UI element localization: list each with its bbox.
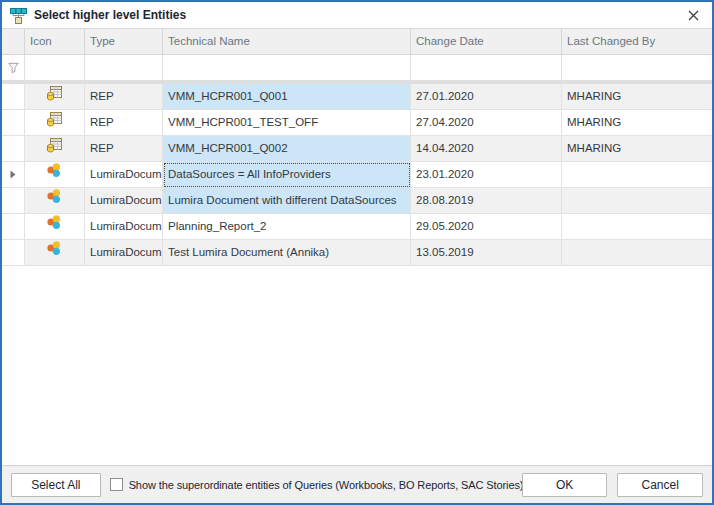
row-indicator-cell[interactable] xyxy=(2,240,25,266)
last-changed-by-cell[interactable] xyxy=(562,188,712,214)
window-title: Select higher level Entities xyxy=(34,8,186,22)
filter-cell-technical-name[interactable] xyxy=(163,55,411,81)
table-row[interactable]: LumiraDocum...Planning_Report_229.05.202… xyxy=(2,214,712,240)
icon-cell[interactable] xyxy=(25,240,85,266)
technical-name-cell[interactable]: VMM_HCPR001_Q001 xyxy=(163,84,411,110)
current-row-arrow-icon xyxy=(10,163,16,187)
filter-cell-last-changed-by[interactable] xyxy=(562,55,712,81)
close-button[interactable] xyxy=(682,4,704,26)
icon-cell[interactable] xyxy=(25,162,85,188)
type-cell[interactable]: LumiraDocum... xyxy=(85,162,163,188)
technical-name-cell[interactable]: VMM_HCPR001_TEST_OFF xyxy=(163,110,411,136)
filter-funnel-icon xyxy=(7,61,20,74)
filter-row-indicator[interactable] xyxy=(2,55,25,81)
grid-rows: REPVMM_HCPR001_Q00127.01.2020MHARINGREPV… xyxy=(2,84,712,266)
technical-name-cell[interactable]: Lumira Document with different DataSourc… xyxy=(163,188,411,214)
filter-cell-icon[interactable] xyxy=(25,55,85,81)
row-indicator-cell[interactable] xyxy=(2,188,25,214)
report-query-icon xyxy=(46,110,63,135)
last-changed-by-cell[interactable] xyxy=(562,240,712,266)
report-query-icon xyxy=(46,84,63,109)
grid-filter-row xyxy=(2,55,712,84)
row-indicator-cell[interactable] xyxy=(2,84,25,110)
last-changed-by-cell[interactable]: MHARING xyxy=(562,136,712,162)
title-bar: Select higher level Entities xyxy=(2,2,712,29)
select-all-button[interactable]: Select All xyxy=(11,473,101,497)
entities-grid: Icon Type Technical Name Change Date Las… xyxy=(2,29,712,465)
table-row[interactable]: REPVMM_HCPR001_Q00214.04.2020MHARING xyxy=(2,136,712,162)
dialog-window: Select higher level Entities Icon Type T… xyxy=(0,0,714,505)
change-date-cell[interactable]: 28.08.2019 xyxy=(411,188,562,214)
last-changed-by-cell[interactable] xyxy=(562,214,712,240)
superordinate-checkbox[interactable] xyxy=(110,478,123,491)
row-indicator-cell[interactable] xyxy=(2,136,25,162)
ok-button[interactable]: OK xyxy=(522,473,608,497)
header-corner-cell xyxy=(2,29,25,55)
row-indicator-cell[interactable] xyxy=(2,110,25,136)
lumira-document-icon xyxy=(46,214,63,239)
close-icon xyxy=(688,10,699,21)
row-indicator-cell[interactable] xyxy=(2,162,25,188)
cancel-button[interactable]: Cancel xyxy=(617,473,703,497)
table-row[interactable]: LumiraDocum...DataSources = All InfoProv… xyxy=(2,162,712,188)
icon-cell[interactable] xyxy=(25,214,85,240)
last-changed-by-cell[interactable]: MHARING xyxy=(562,110,712,136)
table-row[interactable]: REPVMM_HCPR001_Q00127.01.2020MHARING xyxy=(2,84,712,110)
column-header-type[interactable]: Type xyxy=(85,29,163,55)
footer-bar: Select All Show the superordinate entiti… xyxy=(2,465,712,503)
lumira-document-icon xyxy=(46,162,63,187)
column-header-icon[interactable]: Icon xyxy=(25,29,85,55)
type-cell[interactable]: REP xyxy=(85,84,163,110)
technical-name-cell[interactable]: Planning_Report_2 xyxy=(163,214,411,240)
filter-cell-type[interactable] xyxy=(85,55,163,81)
column-header-change-date[interactable]: Change Date xyxy=(411,29,562,55)
table-row[interactable]: LumiraDocum...Test Lumira Document (Anni… xyxy=(2,240,712,266)
report-query-icon xyxy=(46,136,63,161)
change-date-cell[interactable]: 27.01.2020 xyxy=(411,84,562,110)
row-indicator-cell[interactable] xyxy=(2,214,25,240)
column-header-technical-name[interactable]: Technical Name xyxy=(163,29,411,55)
change-date-cell[interactable]: 23.01.2020 xyxy=(411,162,562,188)
last-changed-by-cell[interactable] xyxy=(562,162,712,188)
change-date-cell[interactable]: 27.04.2020 xyxy=(411,110,562,136)
type-cell[interactable]: LumiraDocum... xyxy=(85,188,163,214)
type-cell[interactable]: REP xyxy=(85,136,163,162)
lumira-document-icon xyxy=(46,240,63,265)
grid-header-row: Icon Type Technical Name Change Date Las… xyxy=(2,29,712,55)
superordinate-checkbox-label: Show the superordinate entities of Queri… xyxy=(129,479,522,491)
hierarchy-icon xyxy=(10,7,27,24)
lumira-document-icon xyxy=(46,188,63,213)
icon-cell[interactable] xyxy=(25,110,85,136)
table-row[interactable]: REPVMM_HCPR001_TEST_OFF27.04.2020MHARING xyxy=(2,110,712,136)
last-changed-by-cell[interactable]: MHARING xyxy=(562,84,712,110)
type-cell[interactable]: LumiraDocum... xyxy=(85,240,163,266)
change-date-cell[interactable]: 29.05.2020 xyxy=(411,214,562,240)
change-date-cell[interactable]: 13.05.2019 xyxy=(411,240,562,266)
table-row[interactable]: LumiraDocum...Lumira Document with diffe… xyxy=(2,188,712,214)
technical-name-cell[interactable]: Test Lumira Document (Annika) xyxy=(163,240,411,266)
technical-name-cell[interactable]: DataSources = All InfoProviders xyxy=(163,162,411,188)
filter-cell-change-date[interactable] xyxy=(411,55,562,81)
icon-cell[interactable] xyxy=(25,84,85,110)
technical-name-cell[interactable]: VMM_HCPR001_Q002 xyxy=(163,136,411,162)
column-header-last-changed-by[interactable]: Last Changed By xyxy=(562,29,712,55)
type-cell[interactable]: LumiraDocum... xyxy=(85,214,163,240)
type-cell[interactable]: REP xyxy=(85,110,163,136)
change-date-cell[interactable]: 14.04.2020 xyxy=(411,136,562,162)
icon-cell[interactable] xyxy=(25,136,85,162)
icon-cell[interactable] xyxy=(25,188,85,214)
